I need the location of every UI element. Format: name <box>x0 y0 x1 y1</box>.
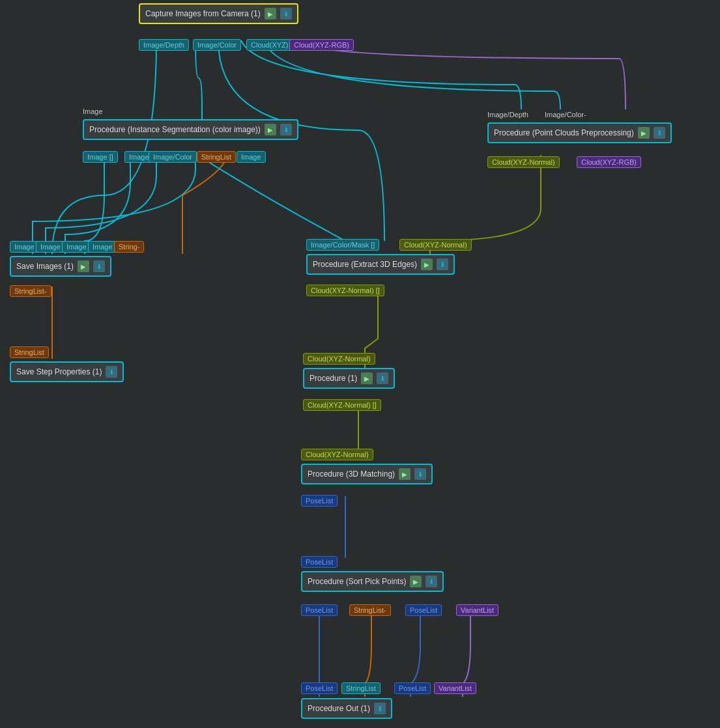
node-capture-config[interactable]: ⬇ <box>280 8 292 20</box>
port-poselist-in-3[interactable]: PoseList <box>394 682 431 694</box>
node-save-images-run[interactable]: ▶ <box>78 260 89 272</box>
node-save-images-config[interactable]: ⬇ <box>93 260 105 272</box>
port-cloud-normal-in-2[interactable]: Cloud(XYZ-Normal) <box>303 353 375 365</box>
node-procedure-1-label: Procedure (1) <box>310 374 357 383</box>
port-poselist-in-1[interactable]: PoseList <box>301 556 338 568</box>
node-3d-matching-run[interactable]: ▶ <box>399 468 410 480</box>
port-image-out-3[interactable]: Image <box>237 151 266 163</box>
port-string-in-1[interactable]: String- <box>114 241 144 253</box>
node-sort-pick-points-label: Procedure (Sort Pick Points) <box>308 577 406 586</box>
input-label-image-depth-2: Image/Depth <box>487 111 528 119</box>
node-save-images: Save Images (1) ▶ ⬇ <box>10 256 111 277</box>
node-instance-seg-config[interactable]: ⬇ <box>280 124 292 135</box>
node-extract-3d-edges-run[interactable]: ▶ <box>421 259 433 270</box>
node-procedure-out-config[interactable]: ⬇ <box>374 703 386 714</box>
node-extract-3d-edges-config[interactable]: ⬇ <box>437 259 448 270</box>
port-cloud-xyz-rgb-1[interactable]: Cloud(XYZ-RGB) <box>289 39 354 51</box>
node-capture-run[interactable]: ▶ <box>265 8 276 20</box>
node-sort-pick-points-config[interactable]: ⬇ <box>425 576 437 587</box>
node-procedure-1-config[interactable]: ⬇ <box>377 372 388 384</box>
node-3d-matching-config[interactable]: ⬇ <box>414 468 426 480</box>
port-image-color-1[interactable]: Image/Color <box>193 39 241 51</box>
port-poselist-out-1[interactable]: PoseList <box>301 495 338 507</box>
node-point-cloud-prep-label: Procedure (Point Clouds Preprocessing) <box>494 128 634 137</box>
node-procedure-out-label: Procedure Out (1) <box>308 704 370 713</box>
port-image-in-1[interactable]: Image <box>10 241 39 253</box>
node-capture: Capture Images from Camera (1) ▶ ⬇ <box>139 3 298 24</box>
port-stringlist-dash-out-2[interactable]: StringList- <box>349 604 391 616</box>
node-save-step-props: Save Step Properties (1) ⬇ <box>10 361 124 382</box>
port-image-in-4[interactable]: Image <box>88 241 117 253</box>
node-point-cloud-prep-config[interactable]: ⬇ <box>654 127 665 139</box>
port-poselist-out-2[interactable]: PoseList <box>301 604 338 616</box>
port-cloud-xyz-rgb-2[interactable]: Cloud(XYZ-RGB) <box>577 156 641 168</box>
node-extract-3d-edges-label: Procedure (Extract 3D Edges) <box>313 260 417 269</box>
port-image-in-3[interactable]: Image <box>62 241 91 253</box>
port-poselist-in-2[interactable]: PoseList <box>301 682 338 694</box>
input-label-image-1: Image <box>83 107 103 115</box>
node-sort-pick-points: Procedure (Sort Pick Points) ▶ ⬇ <box>301 571 444 592</box>
port-cloud-normal-arr-out-1[interactable]: Cloud(XYZ-Normal) [] <box>306 285 384 296</box>
port-stringlist-dash-out-1[interactable]: StringList- <box>10 285 51 297</box>
port-image-mask-arr-in[interactable]: Image/Color/Mask [] <box>306 239 379 251</box>
workflow-canvas: Capture Images from Camera (1) ▶ ⬇ Image… <box>0 0 720 728</box>
port-image-arr-out[interactable]: Image [] <box>83 151 118 163</box>
port-cloud-normal-1[interactable]: Cloud(XYZ-Normal) <box>487 156 560 168</box>
node-sort-pick-points-run[interactable]: ▶ <box>410 576 422 587</box>
port-image-in-2[interactable]: Image <box>36 241 65 253</box>
node-procedure-1-run[interactable]: ▶ <box>361 372 373 384</box>
port-cloud-normal-arr-out-2[interactable]: Cloud(XYZ-Normal) [] <box>303 399 381 411</box>
node-procedure-out: Procedure Out (1) ⬇ <box>301 698 392 719</box>
node-save-step-props-config[interactable]: ⬇ <box>106 366 117 378</box>
node-point-cloud-prep-run[interactable]: ▶ <box>638 127 650 139</box>
node-instance-seg-label: Procedure (Instance Segmentation (color … <box>89 125 261 134</box>
port-cloud-xyz-1[interactable]: Cloud(XYZ) <box>246 39 293 51</box>
port-poselist-out-3[interactable]: PoseList <box>405 604 442 616</box>
port-cloud-normal-in-1[interactable]: Cloud(XYZ-Normal) <box>399 239 472 251</box>
port-stringlist-out[interactable]: StringList <box>197 151 236 163</box>
port-variantlist-in-1[interactable]: VariantList <box>434 682 476 694</box>
node-capture-label: Capture Images from Camera (1) <box>145 9 261 18</box>
input-label-image-color-2: Image/Color- <box>545 111 586 119</box>
port-stringlist-in-2[interactable]: StringList <box>341 682 381 694</box>
node-3d-matching-label: Procedure (3D Matching) <box>308 469 395 479</box>
node-point-cloud-prep: Procedure (Point Clouds Preprocessing) ▶… <box>487 122 672 143</box>
port-cloud-normal-in-3[interactable]: Cloud(XYZ-Normal) <box>301 449 373 460</box>
node-3d-matching: Procedure (3D Matching) ▶ ⬇ <box>301 464 433 484</box>
port-stringlist-in-1[interactable]: StringList <box>10 346 49 358</box>
node-save-images-label: Save Images (1) <box>16 262 74 271</box>
node-instance-seg: Procedure (Instance Segmentation (color … <box>83 119 298 140</box>
port-image-color-out[interactable]: Image/Color <box>149 151 197 163</box>
port-image-depth-1[interactable]: Image/Depth <box>139 39 189 51</box>
port-variantlist-out-1[interactable]: VariantList <box>456 604 498 616</box>
node-instance-seg-run[interactable]: ▶ <box>265 124 276 135</box>
node-save-step-props-label: Save Step Properties (1) <box>16 367 102 376</box>
node-extract-3d-edges: Procedure (Extract 3D Edges) ▶ ⬇ <box>306 254 455 275</box>
node-procedure-1: Procedure (1) ▶ ⬇ <box>303 368 395 389</box>
